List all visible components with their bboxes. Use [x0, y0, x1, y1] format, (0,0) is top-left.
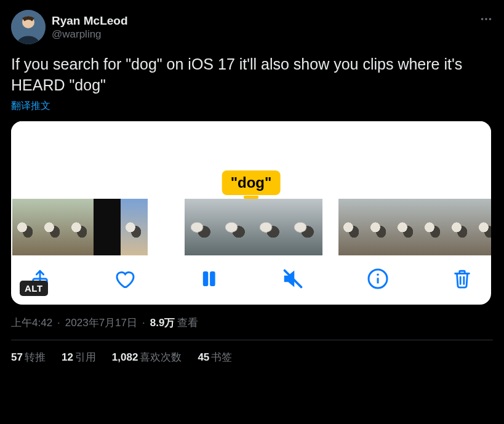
retweets-count: 57	[11, 351, 23, 363]
quotes-count: 12	[62, 351, 73, 363]
likes-stat[interactable]: 1,082喜欢次数	[112, 350, 182, 364]
video-timeline[interactable]	[11, 199, 491, 255]
bookmarks-stat[interactable]: 45书签	[198, 350, 232, 364]
tweet-date[interactable]: 2023年7月17日	[65, 316, 137, 330]
separator: ·	[55, 317, 63, 329]
clip-thumbnail[interactable]	[66, 199, 94, 255]
search-term-chip: "dog"	[222, 170, 281, 195]
clip-thumbnail[interactable]	[338, 199, 366, 255]
trash-icon[interactable]	[452, 268, 473, 289]
svg-rect-6	[204, 271, 208, 286]
clip-thumbnail[interactable]	[94, 199, 121, 255]
quotes-stat[interactable]: 12引用	[62, 350, 96, 364]
translate-link[interactable]: 翻译推文	[11, 100, 493, 113]
clip-thumbnail[interactable]	[185, 199, 219, 255]
media-toolbar	[11, 255, 491, 305]
views-count[interactable]: 8.9万	[150, 316, 175, 330]
quotes-label: 引用	[75, 351, 96, 363]
avatar[interactable]	[11, 10, 46, 44]
clip-thumbnail[interactable]	[474, 199, 491, 255]
clip-thumbnail[interactable]	[366, 199, 393, 255]
clip-group[interactable]	[12, 199, 148, 255]
likes-count: 1,082	[112, 351, 138, 363]
user-block[interactable]: Ryan McLeod @warpling	[11, 10, 128, 44]
clip-thumbnail[interactable]	[447, 199, 474, 255]
clip-thumbnail[interactable]	[288, 199, 322, 255]
user-names: Ryan McLeod @warpling	[52, 14, 128, 41]
clip-thumbnail[interactable]	[254, 199, 288, 255]
clip-thumbnail[interactable]	[393, 199, 420, 255]
tweet-container: Ryan McLeod @warpling If you search for …	[0, 0, 504, 364]
views-label: 查看	[177, 316, 198, 330]
tweet-text: If you search for "dog" on iOS 17 it'll …	[11, 54, 493, 96]
clip-thumbnail[interactable]	[219, 199, 254, 255]
clip-thumbnail[interactable]	[420, 199, 447, 255]
tweet-meta: 上午4:42 · 2023年7月17日 · 8.9万 查看	[11, 316, 493, 340]
svg-rect-7	[210, 271, 215, 286]
media-preview-area: "dog"	[11, 121, 491, 199]
retweets-stat[interactable]: 57转推	[11, 350, 46, 364]
retweets-label: 转推	[25, 351, 46, 363]
user-handle[interactable]: @warpling	[52, 28, 128, 41]
info-icon[interactable]	[367, 268, 389, 290]
svg-point-3	[485, 18, 487, 20]
media-card[interactable]: "dog"	[11, 121, 491, 305]
tweet-time[interactable]: 上午4:42	[11, 316, 52, 330]
clip-thumbnail[interactable]	[121, 199, 148, 255]
clip-group[interactable]	[185, 199, 322, 255]
separator: ·	[140, 317, 148, 329]
svg-point-11	[377, 273, 379, 276]
clip-group[interactable]	[338, 199, 491, 255]
svg-point-2	[481, 18, 484, 20]
mute-icon[interactable]	[282, 268, 304, 290]
tweet-header: Ryan McLeod @warpling	[11, 10, 493, 44]
display-name[interactable]: Ryan McLeod	[52, 14, 128, 28]
likes-label: 喜欢次数	[140, 351, 182, 363]
clip-thumbnail[interactable]	[12, 199, 39, 255]
more-options-icon[interactable]	[479, 10, 493, 28]
clip-thumbnail[interactable]	[39, 199, 66, 255]
tweet-stats: 57转推 12引用 1,082喜欢次数 45书签	[11, 340, 493, 364]
pause-icon[interactable]	[198, 268, 219, 289]
bookmarks-count: 45	[198, 351, 209, 363]
svg-point-4	[489, 18, 492, 20]
heart-icon[interactable]	[113, 268, 135, 290]
bookmarks-label: 书签	[211, 351, 232, 363]
alt-badge[interactable]: ALT	[20, 281, 48, 296]
